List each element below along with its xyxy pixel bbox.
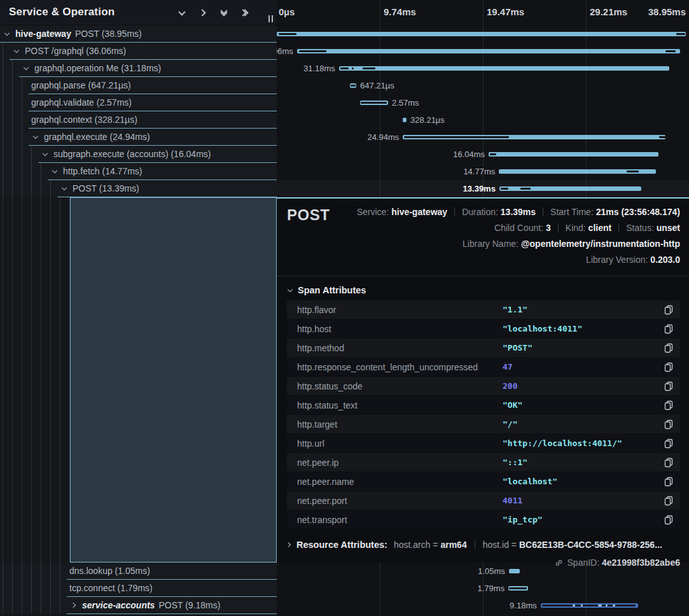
span-bar[interactable] <box>297 49 680 53</box>
copy-icon[interactable] <box>662 399 675 412</box>
divider <box>543 207 543 216</box>
indent-guides <box>0 146 38 163</box>
meta-value: 0.203.0 <box>650 255 680 265</box>
duration-label: 328.21µs <box>410 111 445 129</box>
span-bar-segment <box>613 605 615 606</box>
operation-name: graphql.context (328.21µs) <box>31 115 137 125</box>
copy-icon[interactable] <box>662 475 675 488</box>
chevron-down-icon[interactable] <box>41 153 50 155</box>
duration-label: 31.18ms <box>303 60 335 77</box>
indent-guides <box>0 597 67 614</box>
attribute-value: "http://localhost:4011/" <box>503 438 662 448</box>
span-tree-row[interactable]: dns.lookup (1.05ms) <box>0 563 277 580</box>
span-bar-segment <box>520 188 531 190</box>
attribute-value: "ip_tcp" <box>503 515 662 524</box>
resource-attributes-preview: host.arch = arm64host.id = BC62E13B-C4CC… <box>394 540 662 550</box>
timeline-tick-label: 29.21ms <box>590 6 627 17</box>
chevron-down-icon[interactable] <box>12 50 21 52</box>
span-tree-row[interactable]: tcp.connect (1.79ms) <box>0 580 277 597</box>
meta-value: 13.39ms <box>501 207 536 217</box>
span-tree-row[interactable]: service-accountsPOST (9.18ms) <box>0 597 277 614</box>
span-id-value: 4e21998f3b82abe6 <box>602 557 680 568</box>
operation-name: http.fetch (14.77ms) <box>63 166 143 176</box>
span-bar[interactable] <box>403 118 407 122</box>
copy-icon[interactable] <box>662 323 675 335</box>
timeline-row: 647.21µs <box>277 77 689 94</box>
span-tree-row[interactable]: http.fetch (14.77ms) <box>0 163 277 180</box>
span-tree-panel: Service & Operation hive-gatewayPOST (38… <box>0 0 277 616</box>
copy-icon[interactable] <box>662 304 675 316</box>
span-tree-row[interactable]: graphql.context (328.21µs) <box>0 111 277 129</box>
span-bar-segment <box>279 33 297 35</box>
span-tree-row[interactable]: POST (13.39ms) <box>0 180 277 197</box>
copy-icon[interactable] <box>662 514 675 526</box>
copy-icon[interactable] <box>662 342 675 354</box>
span-tree-row[interactable]: graphql.operation Me (31.18ms) <box>0 60 277 77</box>
chevron-right-icon[interactable] <box>69 603 78 607</box>
attribute-key: net.peer.name <box>297 477 503 487</box>
span-tree-row[interactable]: subgraph.execute (accounts) (16.04ms) <box>0 146 277 163</box>
chevron-right-icon <box>286 542 291 547</box>
span-tree-row[interactable]: graphql.validate (2.57ms) <box>0 94 277 111</box>
duration-label: 16.04ms <box>453 146 485 163</box>
span-bar-segment <box>404 136 509 138</box>
span-tree-row[interactable]: graphql.execute (24.94ms) <box>0 129 277 146</box>
copy-icon[interactable] <box>662 418 675 431</box>
meta-label: Status: <box>626 223 656 233</box>
chevron-down-icon[interactable] <box>60 188 69 190</box>
duration-label: 24.94ms <box>367 129 399 146</box>
expand-all-icon[interactable] <box>240 8 250 18</box>
indent-guides <box>0 94 29 111</box>
attribute-row: net.peer.port4011 <box>287 491 680 510</box>
duration-label: 647.21µs <box>360 77 394 94</box>
operation-name: tcp.connect (1.79ms) <box>69 583 153 593</box>
attribute-value: "/" <box>503 419 662 429</box>
column-resizer-handle[interactable] <box>268 15 273 22</box>
timeline-panel: 0µs9.74ms19.47ms29.21ms38.95ms 36.06ms31… <box>277 0 689 616</box>
chevron-down-icon[interactable] <box>50 171 59 172</box>
duration-label: 13.39ms <box>463 180 496 197</box>
copy-icon[interactable] <box>662 437 675 450</box>
copy-icon[interactable] <box>662 456 675 469</box>
attribute-value: 4011 <box>503 496 662 505</box>
span-tree-row[interactable]: graphql.parse (647.21µs) <box>0 77 277 94</box>
resource-attributes-toggle[interactable]: Resource Attributes: host.arch = arm64ho… <box>288 540 680 550</box>
span-tree-row[interactable]: hive-gatewayPOST (38.95ms) <box>0 25 277 43</box>
meta-value: unset <box>657 223 680 233</box>
span-bar[interactable] <box>509 569 520 573</box>
span-bar[interactable] <box>277 32 686 36</box>
span-tree-row[interactable]: POST /graphql (36.06ms) <box>0 43 277 60</box>
meta-label: Start Time: <box>550 207 596 217</box>
span-meta-line: Service: hive-gatewayDuration: 13.39msSt… <box>330 206 680 218</box>
timeline-row: 2.57ms <box>277 94 689 111</box>
span-bar-segment <box>361 102 387 104</box>
chevron-down-icon[interactable] <box>31 136 40 138</box>
collapse-all-icon[interactable] <box>219 8 229 18</box>
attribute-row: net.peer.name"localhost" <box>287 472 680 491</box>
operation-name: graphql.operation Me (31.18ms) <box>34 63 161 73</box>
attribute-value: "localhost" <box>503 477 662 486</box>
timeline-row: 36.06ms <box>277 43 689 60</box>
copy-icon[interactable] <box>662 380 675 393</box>
service-name: hive-gateway <box>15 29 71 39</box>
chevron-down-icon[interactable] <box>3 33 11 35</box>
timeline-tick-label: 0µs <box>279 6 295 17</box>
service-name: service-accounts <box>82 600 155 610</box>
span-attributes-toggle[interactable]: Span Attributes <box>288 285 680 295</box>
attribute-key: http.flavor <box>297 305 503 315</box>
attribute-row: net.transport"ip_tcp" <box>287 510 680 529</box>
span-bar[interactable] <box>339 66 669 71</box>
indent-guides <box>0 43 10 60</box>
meta-value: 21ms (23:56:48.174) <box>596 207 680 217</box>
operation-name: graphql.parse (647.21µs) <box>31 80 131 90</box>
collapse-one-icon[interactable] <box>177 8 187 18</box>
copy-icon[interactable] <box>662 361 675 374</box>
timeline-row: 1.79ms <box>277 580 689 597</box>
chevron-down-icon[interactable] <box>22 67 31 69</box>
span-attributes-title: Span Attributes <box>298 285 366 295</box>
span-bar[interactable] <box>489 152 658 157</box>
indent-guides <box>0 563 67 580</box>
copy-icon[interactable] <box>662 494 675 507</box>
expand-one-icon[interactable] <box>198 8 208 18</box>
indent-guides <box>0 163 48 180</box>
